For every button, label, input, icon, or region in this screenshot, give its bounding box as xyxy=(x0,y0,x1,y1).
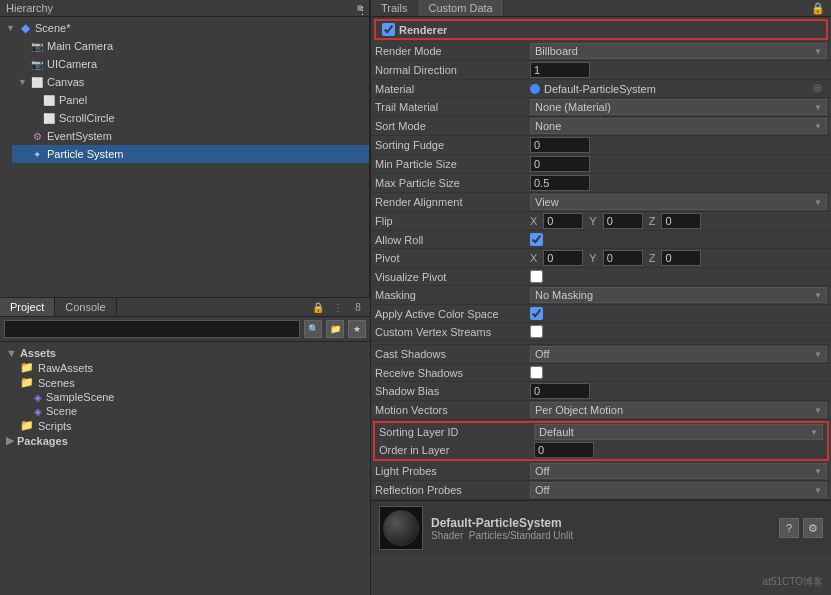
hierarchy-menu-icon[interactable]: ⋮ xyxy=(357,5,363,11)
scrollcircle-label: ScrollCircle xyxy=(59,112,115,124)
light-probes-value: Off xyxy=(535,465,549,477)
motion-vectors-dropdown[interactable]: Per Object Motion ▼ xyxy=(530,402,827,418)
allow-roll-label: Allow Roll xyxy=(375,234,530,246)
cast-shadows-arrow: ▼ xyxy=(814,350,822,359)
sorting-layer-id-label: Sorting Layer ID xyxy=(379,426,534,438)
render-alignment-value: View xyxy=(535,196,559,208)
render-alignment-dropdown[interactable]: View ▼ xyxy=(530,194,827,210)
material-shader-value: Particles/Standard Unlit xyxy=(469,530,574,541)
pivot-y-input[interactable] xyxy=(603,250,643,266)
samplescene-label: SampleScene xyxy=(46,391,115,403)
normal-direction-label: Normal Direction xyxy=(375,64,530,76)
shadow-bias-input[interactable] xyxy=(530,383,590,399)
cast-shadows-row: Cast Shadows Off ▼ xyxy=(371,345,831,364)
pivot-z-input[interactable] xyxy=(661,250,701,266)
max-particle-size-input[interactable] xyxy=(530,175,590,191)
visualize-pivot-checkbox[interactable] xyxy=(530,270,543,283)
renderer-row[interactable]: Renderer xyxy=(374,19,828,40)
pivot-x-label: X xyxy=(530,252,537,264)
badge-count: 8 xyxy=(350,299,366,315)
render-mode-dropdown[interactable]: Billboard ▼ xyxy=(530,43,827,59)
pivot-z-label: Z xyxy=(649,252,656,264)
canvas-icon: ⬜ xyxy=(30,75,44,89)
masking-dropdown[interactable]: No Masking ▼ xyxy=(530,287,827,303)
material-preview xyxy=(379,506,423,550)
tab-trails[interactable]: Trails xyxy=(371,0,418,16)
filter-icon[interactable]: ★ xyxy=(348,320,366,338)
sort-mode-dropdown[interactable]: None ▼ xyxy=(530,118,827,134)
scenes-folder[interactable]: 📁 Scenes xyxy=(6,375,364,390)
assets-root[interactable]: ▼ Assets xyxy=(6,346,364,360)
scene-item[interactable]: ◈ Scene xyxy=(6,404,364,418)
trail-material-dropdown[interactable]: None (Material) ▼ xyxy=(530,99,827,115)
hierarchy-item-main-camera[interactable]: 📷 Main Camera xyxy=(12,37,369,55)
main-camera-icon: 📷 xyxy=(30,39,44,53)
sorting-fudge-label: Sorting Fudge xyxy=(375,139,530,151)
sorting-layer-id-value: Default xyxy=(539,426,574,438)
material-settings-button[interactable]: ⚙ xyxy=(803,518,823,538)
motion-vectors-row: Motion Vectors Per Object Motion ▼ xyxy=(371,401,831,420)
hierarchy-item-uicamera[interactable]: 📷 UICamera xyxy=(12,55,369,73)
assets-arrow: ▼ xyxy=(6,347,17,359)
uicamera-label: UICamera xyxy=(47,58,97,70)
order-in-layer-input[interactable] xyxy=(534,442,594,458)
folder-icon[interactable]: 📁 xyxy=(326,320,344,338)
flip-label: Flip xyxy=(375,215,530,227)
tab-custom-data[interactable]: Custom Data xyxy=(418,0,503,16)
hierarchy-item-scrollcircle[interactable]: ⬜ ScrollCircle xyxy=(24,109,369,127)
samplescene-item[interactable]: ◈ SampleScene xyxy=(6,390,364,404)
hierarchy-item-eventsystem[interactable]: ⚙ EventSystem xyxy=(12,127,369,145)
pivot-x-input[interactable] xyxy=(543,250,583,266)
receive-shadows-label: Receive Shadows xyxy=(375,367,530,379)
flip-x-input[interactable] xyxy=(543,213,583,229)
tab-project[interactable]: Project xyxy=(0,298,55,316)
eventsystem-label: EventSystem xyxy=(47,130,112,142)
flip-z-input[interactable] xyxy=(661,213,701,229)
more-options-icon[interactable]: ⋮ xyxy=(330,299,346,315)
scripts-folder[interactable]: 📁 Scripts xyxy=(6,418,364,433)
project-search-input[interactable] xyxy=(4,320,300,338)
hierarchy-item-panel[interactable]: ⬜ Panel xyxy=(24,91,369,109)
hierarchy-item-particle-system[interactable]: ✦ Particle System xyxy=(12,145,369,163)
inspector-lock-icon[interactable]: 🔒 xyxy=(811,2,831,15)
hierarchy-item-canvas[interactable]: ▼ ⬜ Canvas xyxy=(12,73,369,91)
allow-roll-row: Allow Roll xyxy=(371,231,831,249)
cast-shadows-dropdown[interactable]: Off ▼ xyxy=(530,346,827,362)
pivot-xyz: X Y Z xyxy=(530,250,827,266)
assets-label: Assets xyxy=(20,347,56,359)
sorting-layer-id-dropdown[interactable]: Default ▼ xyxy=(534,424,823,440)
flip-row: Flip X Y Z xyxy=(371,212,831,231)
trail-material-label: Trail Material xyxy=(375,101,530,113)
canvas-label: Canvas xyxy=(47,76,84,88)
rawassets-folder[interactable]: 📁 RawAssets xyxy=(6,360,364,375)
sorting-fudge-input[interactable] xyxy=(530,137,590,153)
material-help-button[interactable]: ? xyxy=(779,518,799,538)
light-probes-dropdown[interactable]: Off ▼ xyxy=(530,463,827,479)
receive-shadows-checkbox[interactable] xyxy=(530,366,543,379)
render-mode-arrow: ▼ xyxy=(814,47,822,56)
normal-direction-input[interactable] xyxy=(530,62,590,78)
renderer-checkbox[interactable] xyxy=(382,23,395,36)
search-icon[interactable]: 🔍 xyxy=(304,320,322,338)
hierarchy-title: Hierarchy xyxy=(6,2,53,14)
min-particle-size-input[interactable] xyxy=(530,156,590,172)
hierarchy-scene-root[interactable]: ▼ ◆ Scene* xyxy=(0,19,369,37)
tab-console[interactable]: Console xyxy=(55,298,116,316)
flip-y-input[interactable] xyxy=(603,213,643,229)
lock-icon[interactable]: 🔒 xyxy=(310,299,326,315)
reflection-probes-dropdown[interactable]: Off ▼ xyxy=(530,482,827,498)
masking-row: Masking No Masking ▼ xyxy=(371,286,831,305)
project-content: ▼ Assets 📁 RawAssets 📁 Scenes ◈ SampleSc… xyxy=(0,342,370,595)
scene-arrow: ▼ xyxy=(6,23,16,33)
allow-roll-checkbox[interactable] xyxy=(530,233,543,246)
packages-root[interactable]: ▶ Packages xyxy=(6,433,364,448)
scripts-label: Scripts xyxy=(38,420,72,432)
cast-shadows-value: Off xyxy=(535,348,549,360)
custom-vertex-streams-checkbox[interactable] xyxy=(530,325,543,338)
reflection-probes-arrow: ▼ xyxy=(814,486,822,495)
material-target-icon[interactable]: ◎ xyxy=(813,82,827,96)
scenes-folder-icon: 📁 xyxy=(20,376,34,389)
material-field: Default-ParticleSystem ◎ xyxy=(530,82,827,96)
apply-active-color-space-checkbox[interactable] xyxy=(530,307,543,320)
material-label: Material xyxy=(375,83,530,95)
